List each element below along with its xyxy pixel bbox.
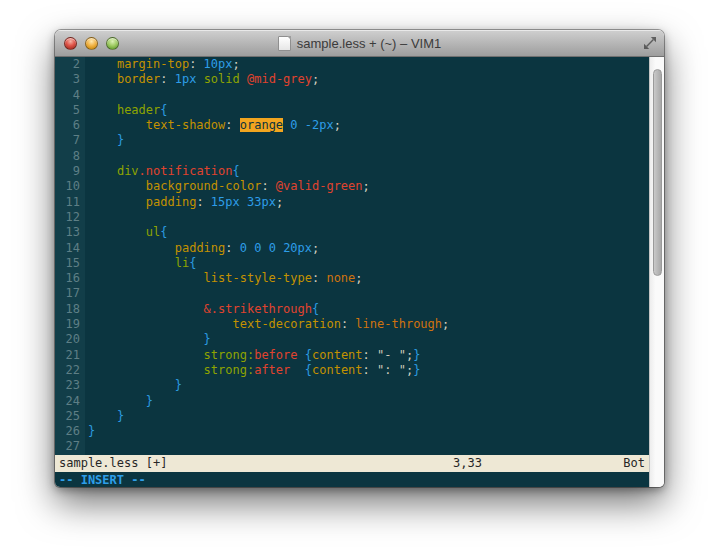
line-number: 4 xyxy=(55,88,85,103)
code-text: &.strikethrough{ xyxy=(85,302,319,317)
document-icon xyxy=(278,36,291,51)
line-number: 14 xyxy=(55,241,85,256)
minimize-button[interactable] xyxy=(85,37,98,50)
line-number: 19 xyxy=(55,317,85,332)
code-line[interactable]: 2 margin-top: 10px; xyxy=(55,57,649,72)
code-text: background-color: @valid-green; xyxy=(85,179,370,194)
line-number: 18 xyxy=(55,302,85,317)
line-number: 22 xyxy=(55,363,85,378)
code-line[interactable]: 5 header{ xyxy=(55,103,649,118)
code-line[interactable]: 21 strong:before {content: "- ";} xyxy=(55,348,649,363)
code-text: } xyxy=(85,378,182,393)
status-filename: sample.less [+] xyxy=(59,456,167,470)
code-line[interactable]: 8 xyxy=(55,149,649,164)
line-number: 7 xyxy=(55,133,85,148)
code-text: } xyxy=(85,394,153,409)
line-number: 26 xyxy=(55,424,85,439)
line-number: 13 xyxy=(55,225,85,240)
code-text: header{ xyxy=(85,103,168,118)
window-body: 2 margin-top: 10px;3 border: 1px solid @… xyxy=(55,57,664,487)
code-text: padding: 15px 33px; xyxy=(85,195,283,210)
title-group: sample.less + (~) – VIM1 xyxy=(278,36,442,51)
code-line[interactable]: 17 xyxy=(55,286,649,301)
code-area[interactable]: 2 margin-top: 10px;3 border: 1px solid @… xyxy=(55,57,649,455)
code-line[interactable]: 26} xyxy=(55,424,649,439)
code-line[interactable]: 11 padding: 15px 33px; xyxy=(55,195,649,210)
code-text: div.notification{ xyxy=(85,164,240,179)
line-number: 17 xyxy=(55,286,85,301)
code-text: text-decoration: line-through; xyxy=(85,317,449,332)
close-button[interactable] xyxy=(64,37,77,50)
command-line[interactable]: -- INSERT -- xyxy=(55,472,649,487)
code-text xyxy=(85,439,88,454)
code-text: } xyxy=(85,332,211,347)
window-title: sample.less + (~) – VIM1 xyxy=(297,36,442,51)
code-text: list-style-type: none; xyxy=(85,271,363,286)
code-line[interactable]: 10 background-color: @valid-green; xyxy=(55,179,649,194)
traffic-lights xyxy=(64,30,119,56)
code-text xyxy=(85,210,88,225)
code-line[interactable]: 22 strong:after {content: ": ";} xyxy=(55,363,649,378)
code-text: strong:before {content: "- ";} xyxy=(85,348,420,363)
code-line[interactable]: 18 &.strikethrough{ xyxy=(55,302,649,317)
insert-mode-indicator: -- INSERT -- xyxy=(59,473,146,487)
code-line[interactable]: 27 xyxy=(55,439,649,454)
code-line[interactable]: 19 text-decoration: line-through; xyxy=(55,317,649,332)
vim-window: sample.less + (~) – VIM1 2 margin-top: 1… xyxy=(55,30,664,487)
code-text: padding: 0 0 0 20px; xyxy=(85,241,319,256)
code-line[interactable]: 16 list-style-type: none; xyxy=(55,271,649,286)
code-text: } xyxy=(85,133,124,148)
code-line[interactable]: 23 } xyxy=(55,378,649,393)
code-text: } xyxy=(85,409,124,424)
line-number: 15 xyxy=(55,256,85,271)
line-number: 20 xyxy=(55,332,85,347)
code-line[interactable]: 14 padding: 0 0 0 20px; xyxy=(55,241,649,256)
code-text: border: 1px solid @mid-grey; xyxy=(85,72,319,87)
line-number: 12 xyxy=(55,210,85,225)
titlebar[interactable]: sample.less + (~) – VIM1 xyxy=(55,30,664,57)
code-text xyxy=(85,149,88,164)
code-line[interactable]: 13 ul{ xyxy=(55,225,649,240)
editor-column: 2 margin-top: 10px;3 border: 1px solid @… xyxy=(55,57,649,487)
code-text: } xyxy=(85,424,95,439)
code-line[interactable]: 24 } xyxy=(55,394,649,409)
line-number: 8 xyxy=(55,149,85,164)
code-text: strong:after {content: ": ";} xyxy=(85,363,420,378)
line-number: 11 xyxy=(55,195,85,210)
line-number: 10 xyxy=(55,179,85,194)
line-number: 9 xyxy=(55,164,85,179)
code-text: margin-top: 10px; xyxy=(85,57,240,72)
code-line[interactable]: 15 li{ xyxy=(55,256,649,271)
scrollbar-thumb[interactable] xyxy=(653,69,662,276)
line-number: 5 xyxy=(55,103,85,118)
line-number: 25 xyxy=(55,409,85,424)
code-text xyxy=(85,286,88,301)
fullscreen-arrows-icon[interactable] xyxy=(643,36,657,50)
zoom-button[interactable] xyxy=(106,37,119,50)
status-ruler: 3,33 xyxy=(453,455,482,472)
code-text: text-shadow: orange 0 -2px; xyxy=(85,118,341,133)
line-number: 21 xyxy=(55,348,85,363)
line-number: 3 xyxy=(55,72,85,87)
code-text xyxy=(85,88,88,103)
code-text: ul{ xyxy=(85,225,167,240)
code-line[interactable]: 7 } xyxy=(55,133,649,148)
status-position: Bot xyxy=(623,455,645,472)
code-line[interactable]: 4 xyxy=(55,88,649,103)
code-line[interactable]: 12 xyxy=(55,210,649,225)
scrollbar[interactable] xyxy=(649,57,664,487)
code-line[interactable]: 9 div.notification{ xyxy=(55,164,649,179)
code-line[interactable]: 6 text-shadow: orange 0 -2px; xyxy=(55,118,649,133)
line-number: 23 xyxy=(55,378,85,393)
line-number: 2 xyxy=(55,57,85,72)
line-number: 16 xyxy=(55,271,85,286)
status-bar: sample.less [+] 3,33 Bot xyxy=(55,455,649,472)
line-number: 6 xyxy=(55,118,85,133)
code-text: li{ xyxy=(85,256,196,271)
code-line[interactable]: 20 } xyxy=(55,332,649,347)
code-line[interactable]: 3 border: 1px solid @mid-grey; xyxy=(55,72,649,87)
code-line[interactable]: 25 } xyxy=(55,409,649,424)
line-number: 27 xyxy=(55,439,85,454)
line-number: 24 xyxy=(55,394,85,409)
